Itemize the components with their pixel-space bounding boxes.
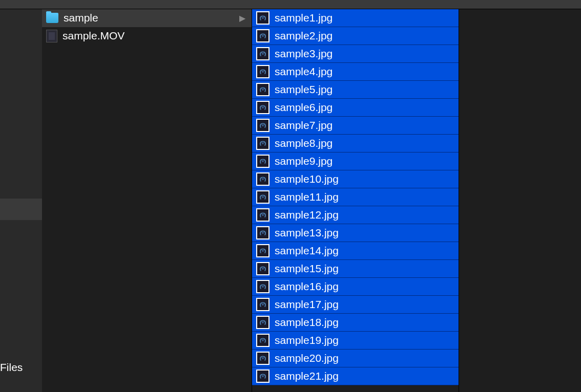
file-row-sample-mov[interactable]: sample.MOV (42, 27, 252, 45)
svg-point-2 (262, 53, 264, 55)
svg-point-16 (262, 303, 264, 306)
file-label: sample10.jpg (275, 173, 454, 185)
file-label: sample12.jpg (275, 209, 454, 221)
image-thumbnail-icon (256, 244, 269, 257)
file-row[interactable]: sample6.jpg (252, 99, 459, 117)
file-row[interactable]: sample9.jpg (252, 153, 459, 170)
svg-point-6 (262, 124, 264, 126)
file-label: sample18.jpg (275, 316, 454, 329)
svg-point-9 (262, 178, 264, 180)
svg-point-17 (262, 321, 264, 323)
file-row[interactable]: sample14.jpg (252, 242, 459, 260)
svg-point-14 (262, 268, 264, 270)
toolbar (0, 0, 581, 9)
svg-point-10 (262, 196, 264, 198)
image-thumbnail-icon (256, 11, 269, 25)
file-row[interactable]: sample13.jpg (252, 224, 459, 242)
svg-point-12 (262, 232, 264, 234)
file-row[interactable]: sample18.jpg (252, 314, 459, 332)
folder-icon (46, 13, 58, 23)
file-label: sample17.jpg (275, 298, 454, 311)
chevron-right-icon: ▶ (239, 13, 245, 23)
file-row[interactable]: sample20.jpg (252, 350, 459, 367)
file-label: sample5.jpg (275, 83, 454, 96)
file-label: sample16.jpg (275, 280, 454, 293)
movie-thumbnail-icon (46, 30, 57, 42)
image-thumbnail-icon (256, 119, 269, 132)
file-row[interactable]: sample4.jpg (252, 63, 459, 81)
column-files: sample1.jpgsample2.jpgsample3.jpgsample4… (252, 9, 459, 392)
file-row[interactable]: sample1.jpg (252, 9, 459, 27)
file-row[interactable]: sample8.jpg (252, 135, 459, 153)
file-label: sample21.jpg (275, 370, 454, 382)
svg-point-5 (262, 106, 264, 108)
image-thumbnail-icon (256, 334, 269, 347)
image-thumbnail-icon (256, 208, 269, 222)
image-thumbnail-icon (256, 29, 269, 42)
folder-row-sample[interactable]: sample ▶ (42, 9, 252, 27)
file-label: sample1.jpg (275, 12, 454, 24)
image-thumbnail-icon (256, 280, 269, 293)
file-label: sample2.jpg (275, 30, 454, 42)
image-thumbnail-icon (256, 352, 269, 365)
file-label: sample8.jpg (275, 137, 454, 149)
svg-point-0 (262, 17, 264, 19)
file-row[interactable]: sample21.jpg (252, 367, 459, 385)
file-row[interactable]: sample2.jpg (252, 27, 459, 45)
file-label: sample3.jpg (275, 48, 454, 60)
image-thumbnail-icon (256, 65, 269, 78)
svg-point-7 (262, 142, 264, 144)
file-label: sample14.jpg (275, 245, 454, 257)
file-row[interactable]: sample17.jpg (252, 296, 459, 314)
file-row[interactable]: sample5.jpg (252, 81, 459, 99)
svg-point-4 (262, 89, 264, 91)
folder-label: sample (64, 12, 234, 24)
file-label: sample6.jpg (275, 101, 454, 114)
image-thumbnail-icon (256, 155, 269, 168)
sidebar-files-label[interactable]: Files (0, 361, 23, 374)
file-label: sample.MOV (63, 30, 247, 42)
file-label: sample20.jpg (275, 352, 454, 364)
file-row[interactable]: sample16.jpg (252, 278, 459, 296)
file-row[interactable]: sample19.jpg (252, 332, 459, 350)
svg-point-8 (262, 160, 264, 162)
image-thumbnail-icon (256, 137, 269, 150)
svg-point-15 (262, 286, 264, 288)
svg-point-13 (262, 250, 264, 252)
file-row[interactable]: sample7.jpg (252, 117, 459, 135)
file-row[interactable]: sample3.jpg (252, 45, 459, 63)
file-label: sample4.jpg (275, 66, 454, 78)
file-row[interactable]: sample11.jpg (252, 188, 459, 206)
file-row[interactable]: sample15.jpg (252, 260, 459, 278)
svg-point-18 (262, 339, 264, 341)
svg-point-19 (262, 357, 264, 359)
image-thumbnail-icon (256, 226, 269, 239)
image-thumbnail-icon (256, 190, 269, 204)
image-thumbnail-icon (256, 101, 269, 114)
svg-point-3 (262, 71, 264, 73)
image-thumbnail-icon (256, 83, 269, 96)
image-thumbnail-icon (256, 47, 269, 60)
sidebar-highlight (0, 199, 42, 220)
file-label: sample11.jpg (275, 191, 454, 203)
image-thumbnail-icon (256, 369, 269, 383)
column-preview (459, 9, 581, 392)
sidebar-left: Files (0, 9, 42, 392)
file-row[interactable]: sample10.jpg (252, 170, 459, 188)
image-thumbnail-icon (256, 262, 269, 275)
image-thumbnail-icon (256, 298, 269, 311)
file-label: sample19.jpg (275, 334, 454, 346)
file-label: sample7.jpg (275, 119, 454, 132)
svg-point-11 (262, 214, 264, 216)
file-label: sample9.jpg (275, 155, 454, 167)
svg-point-1 (262, 35, 264, 37)
file-label: sample13.jpg (275, 227, 454, 239)
svg-point-20 (262, 375, 264, 377)
column-parent: sample ▶ sample.MOV (42, 9, 252, 392)
file-row[interactable]: sample12.jpg (252, 206, 459, 224)
main-content: Files sample ▶ sample.MOV sample1.jpgsam… (0, 9, 581, 392)
image-thumbnail-icon (256, 316, 269, 329)
file-label: sample15.jpg (275, 263, 454, 275)
image-thumbnail-icon (256, 172, 269, 186)
